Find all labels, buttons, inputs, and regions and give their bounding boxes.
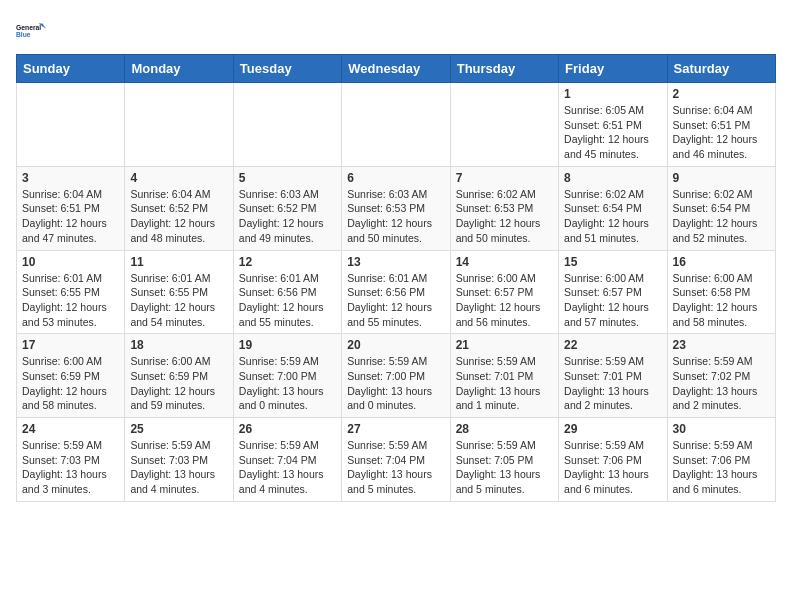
calendar-cell: 15Sunrise: 6:00 AMSunset: 6:57 PMDayligh… xyxy=(559,250,667,334)
calendar-week-row: 3Sunrise: 6:04 AMSunset: 6:51 PMDaylight… xyxy=(17,166,776,250)
day-number: 9 xyxy=(673,171,770,185)
calendar-cell xyxy=(342,83,450,167)
calendar-cell: 29Sunrise: 5:59 AMSunset: 7:06 PMDayligh… xyxy=(559,418,667,502)
cell-content: Sunrise: 5:59 AMSunset: 7:06 PMDaylight:… xyxy=(564,438,661,497)
logo-icon: GeneralBlue xyxy=(16,16,46,46)
page-header: GeneralBlue xyxy=(16,16,776,46)
calendar-cell: 5Sunrise: 6:03 AMSunset: 6:52 PMDaylight… xyxy=(233,166,341,250)
calendar-cell: 1Sunrise: 6:05 AMSunset: 6:51 PMDaylight… xyxy=(559,83,667,167)
cell-content: Sunrise: 6:01 AMSunset: 6:56 PMDaylight:… xyxy=(347,271,444,330)
day-number: 11 xyxy=(130,255,227,269)
cell-content: Sunrise: 6:00 AMSunset: 6:57 PMDaylight:… xyxy=(564,271,661,330)
calendar-cell: 22Sunrise: 5:59 AMSunset: 7:01 PMDayligh… xyxy=(559,334,667,418)
calendar-week-row: 24Sunrise: 5:59 AMSunset: 7:03 PMDayligh… xyxy=(17,418,776,502)
calendar-header-row: SundayMondayTuesdayWednesdayThursdayFrid… xyxy=(17,55,776,83)
day-number: 15 xyxy=(564,255,661,269)
day-number: 3 xyxy=(22,171,119,185)
calendar-cell xyxy=(233,83,341,167)
calendar-table: SundayMondayTuesdayWednesdayThursdayFrid… xyxy=(16,54,776,502)
day-number: 24 xyxy=(22,422,119,436)
day-number: 12 xyxy=(239,255,336,269)
cell-content: Sunrise: 5:59 AMSunset: 7:00 PMDaylight:… xyxy=(347,354,444,413)
calendar-cell xyxy=(17,83,125,167)
day-number: 19 xyxy=(239,338,336,352)
cell-content: Sunrise: 6:01 AMSunset: 6:55 PMDaylight:… xyxy=(130,271,227,330)
calendar-cell: 21Sunrise: 5:59 AMSunset: 7:01 PMDayligh… xyxy=(450,334,558,418)
cell-content: Sunrise: 6:02 AMSunset: 6:54 PMDaylight:… xyxy=(564,187,661,246)
cell-content: Sunrise: 6:04 AMSunset: 6:51 PMDaylight:… xyxy=(22,187,119,246)
calendar-cell: 10Sunrise: 6:01 AMSunset: 6:55 PMDayligh… xyxy=(17,250,125,334)
calendar-cell: 13Sunrise: 6:01 AMSunset: 6:56 PMDayligh… xyxy=(342,250,450,334)
day-number: 8 xyxy=(564,171,661,185)
day-number: 14 xyxy=(456,255,553,269)
calendar-cell: 7Sunrise: 6:02 AMSunset: 6:53 PMDaylight… xyxy=(450,166,558,250)
day-number: 30 xyxy=(673,422,770,436)
cell-content: Sunrise: 6:02 AMSunset: 6:53 PMDaylight:… xyxy=(456,187,553,246)
cell-content: Sunrise: 6:00 AMSunset: 6:59 PMDaylight:… xyxy=(22,354,119,413)
cell-content: Sunrise: 6:04 AMSunset: 6:51 PMDaylight:… xyxy=(673,103,770,162)
day-number: 1 xyxy=(564,87,661,101)
svg-text:Blue: Blue xyxy=(16,31,31,38)
day-header-thursday: Thursday xyxy=(450,55,558,83)
day-number: 5 xyxy=(239,171,336,185)
calendar-cell: 6Sunrise: 6:03 AMSunset: 6:53 PMDaylight… xyxy=(342,166,450,250)
calendar-cell: 23Sunrise: 5:59 AMSunset: 7:02 PMDayligh… xyxy=(667,334,775,418)
calendar-cell xyxy=(450,83,558,167)
calendar-cell: 28Sunrise: 5:59 AMSunset: 7:05 PMDayligh… xyxy=(450,418,558,502)
calendar-cell: 20Sunrise: 5:59 AMSunset: 7:00 PMDayligh… xyxy=(342,334,450,418)
day-number: 26 xyxy=(239,422,336,436)
cell-content: Sunrise: 6:01 AMSunset: 6:55 PMDaylight:… xyxy=(22,271,119,330)
calendar-cell: 16Sunrise: 6:00 AMSunset: 6:58 PMDayligh… xyxy=(667,250,775,334)
day-header-friday: Friday xyxy=(559,55,667,83)
cell-content: Sunrise: 5:59 AMSunset: 7:05 PMDaylight:… xyxy=(456,438,553,497)
day-number: 10 xyxy=(22,255,119,269)
day-number: 18 xyxy=(130,338,227,352)
calendar-week-row: 17Sunrise: 6:00 AMSunset: 6:59 PMDayligh… xyxy=(17,334,776,418)
day-number: 7 xyxy=(456,171,553,185)
cell-content: Sunrise: 5:59 AMSunset: 7:00 PMDaylight:… xyxy=(239,354,336,413)
day-number: 2 xyxy=(673,87,770,101)
cell-content: Sunrise: 6:03 AMSunset: 6:53 PMDaylight:… xyxy=(347,187,444,246)
calendar-cell: 26Sunrise: 5:59 AMSunset: 7:04 PMDayligh… xyxy=(233,418,341,502)
calendar-cell: 25Sunrise: 5:59 AMSunset: 7:03 PMDayligh… xyxy=(125,418,233,502)
calendar-cell: 12Sunrise: 6:01 AMSunset: 6:56 PMDayligh… xyxy=(233,250,341,334)
day-header-saturday: Saturday xyxy=(667,55,775,83)
day-number: 29 xyxy=(564,422,661,436)
day-number: 13 xyxy=(347,255,444,269)
calendar-cell: 30Sunrise: 5:59 AMSunset: 7:06 PMDayligh… xyxy=(667,418,775,502)
cell-content: Sunrise: 5:59 AMSunset: 7:03 PMDaylight:… xyxy=(22,438,119,497)
calendar-cell xyxy=(125,83,233,167)
calendar-week-row: 10Sunrise: 6:01 AMSunset: 6:55 PMDayligh… xyxy=(17,250,776,334)
cell-content: Sunrise: 6:00 AMSunset: 6:59 PMDaylight:… xyxy=(130,354,227,413)
day-number: 20 xyxy=(347,338,444,352)
day-header-tuesday: Tuesday xyxy=(233,55,341,83)
calendar-cell: 9Sunrise: 6:02 AMSunset: 6:54 PMDaylight… xyxy=(667,166,775,250)
day-number: 21 xyxy=(456,338,553,352)
calendar-cell: 4Sunrise: 6:04 AMSunset: 6:52 PMDaylight… xyxy=(125,166,233,250)
cell-content: Sunrise: 5:59 AMSunset: 7:06 PMDaylight:… xyxy=(673,438,770,497)
day-number: 23 xyxy=(673,338,770,352)
logo: GeneralBlue xyxy=(16,16,46,46)
cell-content: Sunrise: 5:59 AMSunset: 7:03 PMDaylight:… xyxy=(130,438,227,497)
cell-content: Sunrise: 6:03 AMSunset: 6:52 PMDaylight:… xyxy=(239,187,336,246)
cell-content: Sunrise: 6:04 AMSunset: 6:52 PMDaylight:… xyxy=(130,187,227,246)
calendar-cell: 11Sunrise: 6:01 AMSunset: 6:55 PMDayligh… xyxy=(125,250,233,334)
day-number: 28 xyxy=(456,422,553,436)
cell-content: Sunrise: 5:59 AMSunset: 7:02 PMDaylight:… xyxy=(673,354,770,413)
calendar-cell: 14Sunrise: 6:00 AMSunset: 6:57 PMDayligh… xyxy=(450,250,558,334)
day-header-monday: Monday xyxy=(125,55,233,83)
day-number: 25 xyxy=(130,422,227,436)
cell-content: Sunrise: 6:00 AMSunset: 6:57 PMDaylight:… xyxy=(456,271,553,330)
day-header-wednesday: Wednesday xyxy=(342,55,450,83)
day-number: 17 xyxy=(22,338,119,352)
cell-content: Sunrise: 5:59 AMSunset: 7:04 PMDaylight:… xyxy=(239,438,336,497)
cell-content: Sunrise: 6:02 AMSunset: 6:54 PMDaylight:… xyxy=(673,187,770,246)
svg-text:General: General xyxy=(16,24,41,31)
day-number: 22 xyxy=(564,338,661,352)
calendar-cell: 19Sunrise: 5:59 AMSunset: 7:00 PMDayligh… xyxy=(233,334,341,418)
calendar-week-row: 1Sunrise: 6:05 AMSunset: 6:51 PMDaylight… xyxy=(17,83,776,167)
day-header-sunday: Sunday xyxy=(17,55,125,83)
day-number: 6 xyxy=(347,171,444,185)
calendar-cell: 18Sunrise: 6:00 AMSunset: 6:59 PMDayligh… xyxy=(125,334,233,418)
calendar-cell: 24Sunrise: 5:59 AMSunset: 7:03 PMDayligh… xyxy=(17,418,125,502)
